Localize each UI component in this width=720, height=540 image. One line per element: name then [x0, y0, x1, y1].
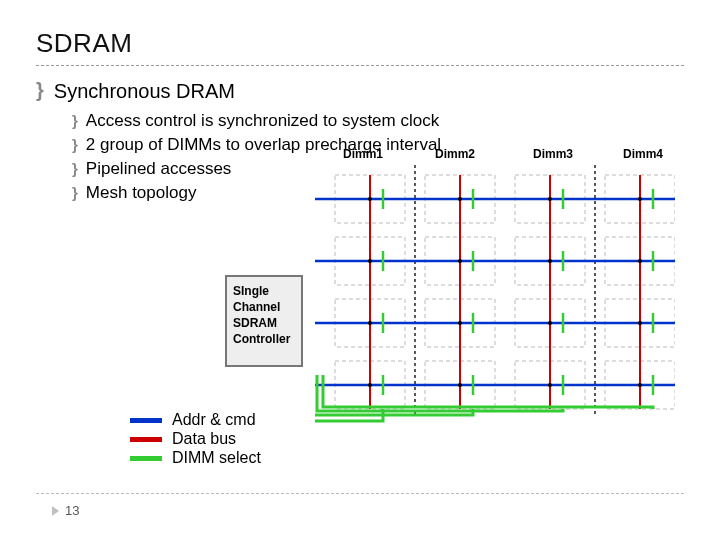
- svg-point-48: [548, 259, 552, 263]
- legend-row: Addr & cmd: [130, 411, 261, 429]
- svg-point-42: [368, 197, 372, 201]
- diagram-icon: SIngle Channel SDRAM Controller Dimm1 Di…: [225, 165, 684, 460]
- svg-point-45: [638, 197, 642, 201]
- svg-point-55: [458, 383, 462, 387]
- legend-swatch-icon: [130, 418, 162, 423]
- dimm-label: Dimm3: [533, 147, 573, 161]
- controller-box: SIngle Channel SDRAM Controller: [225, 275, 303, 367]
- bullet-mark-icon: }: [72, 158, 78, 180]
- mesh-diagram-icon: [315, 165, 675, 425]
- legend-swatch-icon: [130, 437, 162, 442]
- svg-point-56: [548, 383, 552, 387]
- controller-line: Controller: [233, 331, 295, 347]
- legend-label: DIMM select: [172, 449, 261, 467]
- svg-point-43: [458, 197, 462, 201]
- legend-label: Data bus: [172, 430, 236, 448]
- svg-point-53: [638, 321, 642, 325]
- page-number: 13: [52, 503, 79, 518]
- legend: Addr & cmd Data bus DIMM select: [130, 411, 261, 468]
- legend-row: Data bus: [130, 430, 261, 448]
- svg-point-49: [638, 259, 642, 263]
- title-underline: [36, 65, 684, 66]
- svg-point-44: [548, 197, 552, 201]
- sub-bullet-text: Pipelined accesses: [86, 158, 232, 180]
- triangle-icon: [52, 506, 59, 516]
- svg-point-57: [638, 383, 642, 387]
- sub-bullet-text: Access control is synchronized to system…: [86, 110, 439, 132]
- dimm-label: Dimm1: [343, 147, 383, 161]
- svg-point-47: [458, 259, 462, 263]
- bullet-mark-icon: }: [72, 182, 78, 204]
- main-bullet-text: Synchronous DRAM: [54, 78, 235, 104]
- dimm-label: Dimm4: [623, 147, 663, 161]
- slide-title: SDRAM: [36, 28, 684, 59]
- legend-swatch-icon: [130, 456, 162, 461]
- page-number-text: 13: [65, 503, 79, 518]
- controller-line: SDRAM: [233, 315, 295, 331]
- bullet-mark-icon: }: [36, 78, 44, 102]
- controller-line: SIngle: [233, 283, 295, 299]
- svg-point-54: [368, 383, 372, 387]
- legend-row: DIMM select: [130, 449, 261, 467]
- svg-point-46: [368, 259, 372, 263]
- bullet-mark-icon: }: [72, 134, 78, 156]
- dimm-label: Dimm2: [435, 147, 475, 161]
- sub-bullet-text: Mesh topology: [86, 182, 197, 204]
- svg-point-52: [548, 321, 552, 325]
- main-bullet: } Synchronous DRAM: [36, 78, 684, 104]
- legend-label: Addr & cmd: [172, 411, 256, 429]
- svg-point-50: [368, 321, 372, 325]
- sub-bullet-text: 2 group of DIMMs to overlap precharge in…: [86, 134, 441, 156]
- footer-divider: [36, 493, 684, 494]
- controller-line: Channel: [233, 299, 295, 315]
- sub-bullet: } Access control is synchronized to syst…: [72, 110, 684, 132]
- bullet-mark-icon: }: [72, 110, 78, 132]
- svg-point-51: [458, 321, 462, 325]
